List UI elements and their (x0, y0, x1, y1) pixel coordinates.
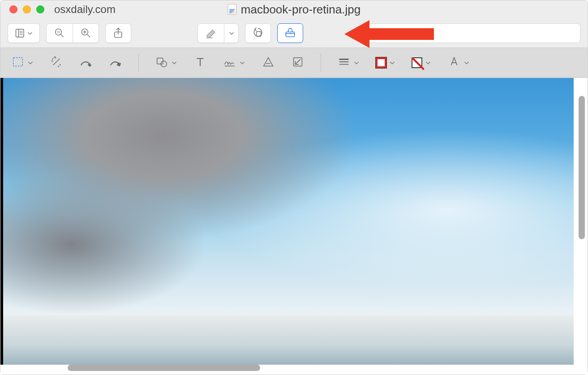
svg-rect-8 (13, 57, 23, 66)
image-canvas[interactable] (0, 78, 574, 365)
rotate-button[interactable] (245, 23, 271, 43)
svg-rect-5 (286, 32, 294, 37)
markup-toolbar (0, 48, 588, 78)
highlight-segment (197, 23, 239, 43)
rotate-icon (252, 27, 264, 39)
adjust-color-tool[interactable] (262, 55, 275, 70)
zoom-window-button[interactable] (36, 5, 44, 13)
horizontal-scrollbar[interactable] (68, 365, 260, 371)
minimize-window-button[interactable] (23, 5, 31, 13)
signature-icon (223, 55, 236, 70)
border-style-icon (337, 55, 351, 70)
traffic-lights (9, 5, 44, 13)
highlight-icon (205, 27, 217, 39)
vertical-divider (321, 54, 321, 72)
svg-rect-0 (16, 29, 24, 37)
vertical-divider (138, 54, 139, 72)
window-filename: macbook-pro-retina.jpg (241, 3, 361, 17)
sketch-tool[interactable] (109, 55, 122, 70)
chevron-down-icon (353, 60, 360, 66)
content-area (0, 78, 588, 375)
close-window-button[interactable] (9, 5, 17, 13)
highlight-button[interactable] (198, 23, 224, 43)
share-icon (112, 27, 124, 39)
adjust-color-icon (262, 55, 275, 70)
fill-color-swatch (412, 57, 422, 68)
file-icon (227, 4, 236, 15)
selection-tool[interactable] (11, 55, 34, 70)
svg-point-7 (368, 29, 373, 35)
sidebar-toggle-button[interactable] (8, 23, 40, 43)
markup-toolbar-button[interactable] (277, 23, 303, 43)
selection-icon (11, 55, 25, 70)
vertical-scrollbar[interactable] (579, 96, 585, 239)
pencil-icon (79, 55, 93, 70)
chevron-down-icon (425, 60, 431, 66)
preview-window: osxdaily.com macbook-pro-retina.jpg (0, 0, 588, 375)
border-style-tool[interactable] (337, 55, 360, 70)
search-field[interactable]: Search (359, 23, 580, 43)
shapes-icon (155, 55, 168, 70)
zoom-segment (46, 23, 99, 43)
border-color-swatch (376, 57, 386, 68)
adjust-size-icon (291, 55, 305, 70)
zoom-out-icon (53, 27, 66, 39)
zoom-in-button[interactable] (73, 23, 99, 43)
text-tool[interactable] (193, 55, 207, 70)
shapes-tool[interactable] (155, 55, 177, 70)
window-title: macbook-pro-retina.jpg (227, 3, 361, 17)
highlight-menu-button[interactable] (224, 23, 238, 43)
source-label: osxdaily.com (54, 3, 116, 16)
search-icon (366, 28, 376, 38)
chevron-down-icon (27, 30, 33, 36)
main-toolbar: Search (0, 18, 588, 48)
text-icon (193, 55, 207, 70)
search-placeholder: Search (381, 27, 412, 39)
adjust-size-tool[interactable] (291, 55, 305, 70)
fill-color-tool[interactable] (412, 57, 431, 68)
chevron-down-icon (464, 60, 470, 66)
svg-point-6 (290, 33, 291, 34)
zoom-in-icon (80, 27, 92, 39)
draw-tool[interactable] (79, 55, 93, 70)
chevron-down-icon (171, 60, 177, 66)
signature-tool[interactable] (223, 55, 245, 70)
titlebar: osxdaily.com macbook-pro-retina.jpg (0, 0, 588, 18)
zoom-out-button[interactable] (47, 23, 73, 43)
chevron-down-icon (27, 60, 34, 66)
border-color-tool[interactable] (376, 57, 395, 68)
wand-icon (50, 55, 63, 70)
sketch-icon (109, 55, 122, 70)
chevron-down-icon (239, 60, 245, 66)
toolbox-icon (284, 27, 296, 39)
sidebar-icon (14, 27, 27, 39)
font-style-icon (447, 55, 461, 70)
font-style-tool[interactable] (447, 55, 470, 70)
svg-rect-9 (157, 58, 163, 64)
chevron-down-icon (228, 30, 235, 36)
instant-alpha-tool[interactable] (50, 55, 63, 70)
share-button[interactable] (105, 23, 131, 43)
chevron-down-icon (389, 60, 395, 66)
